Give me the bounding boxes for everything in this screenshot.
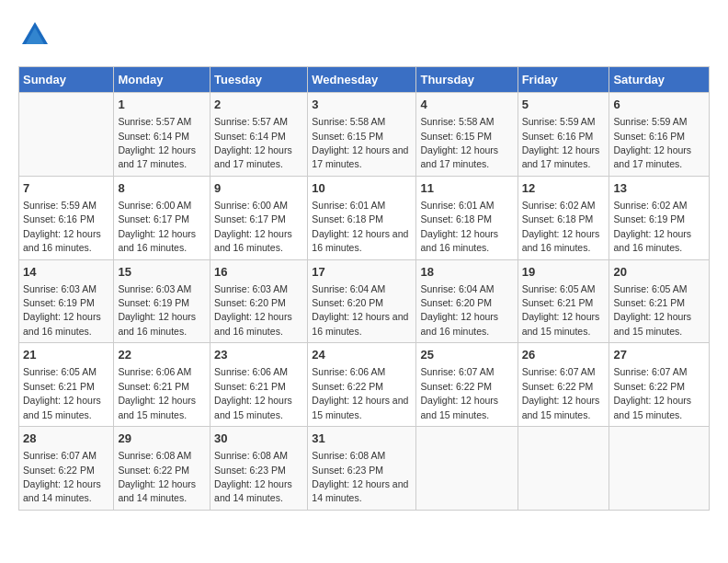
sunset-text: Sunset: 6:20 PM bbox=[420, 297, 492, 308]
daylight-text: Daylight: 12 hours and 15 minutes. bbox=[312, 395, 408, 419]
daylight-text: Daylight: 12 hours and 17 minutes. bbox=[522, 144, 600, 169]
daylight-text: Daylight: 12 hours and 15 minutes. bbox=[118, 395, 196, 419]
daylight-text: Daylight: 12 hours and 16 minutes. bbox=[420, 228, 498, 253]
calendar-day-cell: 2 Sunrise: 5:57 AM Sunset: 6:14 PM Dayli… bbox=[210, 93, 308, 177]
daylight-text: Daylight: 12 hours and 17 minutes. bbox=[613, 144, 691, 169]
calendar-week-row: 7 Sunrise: 5:59 AM Sunset: 6:16 PM Dayli… bbox=[19, 176, 710, 259]
calendar-day-cell: 26 Sunrise: 6:07 AM Sunset: 6:22 PM Dayl… bbox=[518, 343, 609, 427]
sunrise-text: Sunrise: 6:00 AM bbox=[214, 200, 288, 211]
calendar-day-cell bbox=[19, 93, 114, 177]
day-number: 31 bbox=[312, 431, 412, 447]
sunset-text: Sunset: 6:18 PM bbox=[522, 213, 594, 224]
sunrise-text: Sunrise: 6:05 AM bbox=[23, 366, 97, 377]
calendar-day-cell: 14 Sunrise: 6:03 AM Sunset: 6:19 PM Dayl… bbox=[19, 259, 114, 343]
sunset-text: Sunset: 6:21 PM bbox=[214, 381, 286, 392]
day-number: 1 bbox=[118, 97, 206, 113]
sunrise-text: Sunrise: 6:06 AM bbox=[118, 366, 191, 377]
sunset-text: Sunset: 6:17 PM bbox=[214, 213, 286, 224]
daylight-text: Daylight: 12 hours and 16 minutes. bbox=[23, 311, 101, 336]
sunset-text: Sunset: 6:19 PM bbox=[118, 297, 189, 308]
sunrise-text: Sunrise: 6:01 AM bbox=[420, 200, 494, 211]
calendar-day-cell: 12 Sunrise: 6:02 AM Sunset: 6:18 PM Dayl… bbox=[518, 176, 609, 259]
daylight-text: Daylight: 12 hours and 16 minutes. bbox=[214, 228, 292, 253]
calendar-day-cell: 10 Sunrise: 6:01 AM Sunset: 6:18 PM Dayl… bbox=[308, 176, 416, 259]
day-number: 28 bbox=[23, 431, 109, 447]
weekday-header-cell: Sunday bbox=[19, 67, 114, 93]
sunset-text: Sunset: 6:16 PM bbox=[522, 131, 594, 142]
sunset-text: Sunset: 6:20 PM bbox=[312, 297, 383, 308]
sunset-text: Sunset: 6:22 PM bbox=[118, 465, 189, 476]
calendar-day-cell: 6 Sunrise: 5:59 AM Sunset: 6:16 PM Dayli… bbox=[609, 93, 710, 177]
sunset-text: Sunset: 6:22 PM bbox=[312, 381, 383, 392]
daylight-text: Daylight: 12 hours and 17 minutes. bbox=[118, 144, 196, 169]
sunrise-text: Sunrise: 6:07 AM bbox=[613, 366, 687, 377]
daylight-text: Daylight: 12 hours and 16 minutes. bbox=[312, 228, 408, 253]
day-number: 26 bbox=[522, 347, 606, 363]
sunset-text: Sunset: 6:21 PM bbox=[23, 381, 95, 392]
day-number: 29 bbox=[118, 431, 206, 447]
sunset-text: Sunset: 6:21 PM bbox=[118, 381, 189, 392]
logo bbox=[18, 18, 55, 52]
sunset-text: Sunset: 6:22 PM bbox=[522, 381, 594, 392]
day-number: 24 bbox=[312, 347, 412, 363]
sunrise-text: Sunrise: 6:06 AM bbox=[312, 366, 385, 377]
sunrise-text: Sunrise: 5:57 AM bbox=[214, 116, 288, 127]
sunrise-text: Sunrise: 6:00 AM bbox=[118, 200, 191, 211]
day-number: 17 bbox=[312, 264, 412, 281]
page-header bbox=[18, 18, 710, 52]
daylight-text: Daylight: 12 hours and 16 minutes. bbox=[420, 311, 498, 336]
sunset-text: Sunset: 6:17 PM bbox=[118, 213, 189, 224]
daylight-text: Daylight: 12 hours and 17 minutes. bbox=[420, 144, 498, 169]
daylight-text: Daylight: 12 hours and 16 minutes. bbox=[522, 228, 600, 253]
calendar-day-cell: 13 Sunrise: 6:02 AM Sunset: 6:19 PM Dayl… bbox=[609, 176, 710, 259]
day-number: 9 bbox=[214, 180, 303, 197]
sunset-text: Sunset: 6:22 PM bbox=[23, 465, 95, 476]
calendar-day-cell: 5 Sunrise: 5:59 AM Sunset: 6:16 PM Dayli… bbox=[518, 93, 609, 177]
sunset-text: Sunset: 6:21 PM bbox=[522, 297, 594, 308]
calendar-week-row: 1 Sunrise: 5:57 AM Sunset: 6:14 PM Dayli… bbox=[19, 93, 710, 177]
sunrise-text: Sunrise: 6:01 AM bbox=[312, 200, 385, 211]
sunrise-text: Sunrise: 6:08 AM bbox=[118, 450, 191, 461]
daylight-text: Daylight: 12 hours and 15 minutes. bbox=[613, 395, 691, 419]
calendar-day-cell: 28 Sunrise: 6:07 AM Sunset: 6:22 PM Dayl… bbox=[19, 427, 114, 511]
daylight-text: Daylight: 12 hours and 15 minutes. bbox=[522, 395, 600, 419]
sunrise-text: Sunrise: 6:06 AM bbox=[214, 366, 288, 377]
calendar-day-cell: 4 Sunrise: 5:58 AM Sunset: 6:15 PM Dayli… bbox=[416, 93, 518, 177]
daylight-text: Daylight: 12 hours and 16 minutes. bbox=[312, 311, 408, 336]
day-number: 10 bbox=[312, 180, 412, 197]
sunset-text: Sunset: 6:14 PM bbox=[118, 131, 189, 142]
day-number: 16 bbox=[214, 264, 303, 281]
calendar-week-row: 28 Sunrise: 6:07 AM Sunset: 6:22 PM Dayl… bbox=[19, 427, 710, 511]
sunrise-text: Sunrise: 6:07 AM bbox=[23, 450, 97, 461]
daylight-text: Daylight: 12 hours and 15 minutes. bbox=[420, 395, 498, 419]
sunrise-text: Sunrise: 5:57 AM bbox=[118, 116, 191, 127]
weekday-header-cell: Thursday bbox=[416, 67, 518, 93]
calendar-day-cell: 3 Sunrise: 5:58 AM Sunset: 6:15 PM Dayli… bbox=[308, 93, 416, 177]
calendar-table: SundayMondayTuesdayWednesdayThursdayFrid… bbox=[18, 66, 710, 511]
sunset-text: Sunset: 6:22 PM bbox=[613, 381, 685, 392]
sunset-text: Sunset: 6:15 PM bbox=[312, 131, 383, 142]
sunset-text: Sunset: 6:19 PM bbox=[613, 213, 685, 224]
day-number: 13 bbox=[613, 180, 705, 197]
calendar-day-cell: 30 Sunrise: 6:08 AM Sunset: 6:23 PM Dayl… bbox=[210, 427, 308, 511]
daylight-text: Daylight: 12 hours and 15 minutes. bbox=[214, 395, 292, 419]
sunrise-text: Sunrise: 6:04 AM bbox=[420, 283, 494, 294]
sunrise-text: Sunrise: 5:59 AM bbox=[23, 200, 97, 211]
day-number: 21 bbox=[23, 347, 109, 363]
sunrise-text: Sunrise: 6:02 AM bbox=[613, 200, 687, 211]
weekday-header-cell: Tuesday bbox=[210, 67, 308, 93]
day-number: 7 bbox=[23, 180, 109, 197]
calendar-day-cell: 18 Sunrise: 6:04 AM Sunset: 6:20 PM Dayl… bbox=[416, 259, 518, 343]
daylight-text: Daylight: 12 hours and 16 minutes. bbox=[613, 228, 691, 253]
daylight-text: Daylight: 12 hours and 16 minutes. bbox=[23, 228, 101, 253]
day-number: 15 bbox=[118, 264, 206, 281]
calendar-day-cell bbox=[416, 427, 518, 511]
calendar-day-cell: 17 Sunrise: 6:04 AM Sunset: 6:20 PM Dayl… bbox=[308, 259, 416, 343]
sunrise-text: Sunrise: 6:03 AM bbox=[118, 283, 191, 294]
calendar-day-cell bbox=[518, 427, 609, 511]
daylight-text: Daylight: 12 hours and 16 minutes. bbox=[214, 311, 292, 336]
sunset-text: Sunset: 6:16 PM bbox=[613, 131, 685, 142]
sunrise-text: Sunrise: 6:03 AM bbox=[23, 283, 97, 294]
daylight-text: Daylight: 12 hours and 16 minutes. bbox=[118, 228, 196, 253]
weekday-header-cell: Saturday bbox=[609, 67, 710, 93]
